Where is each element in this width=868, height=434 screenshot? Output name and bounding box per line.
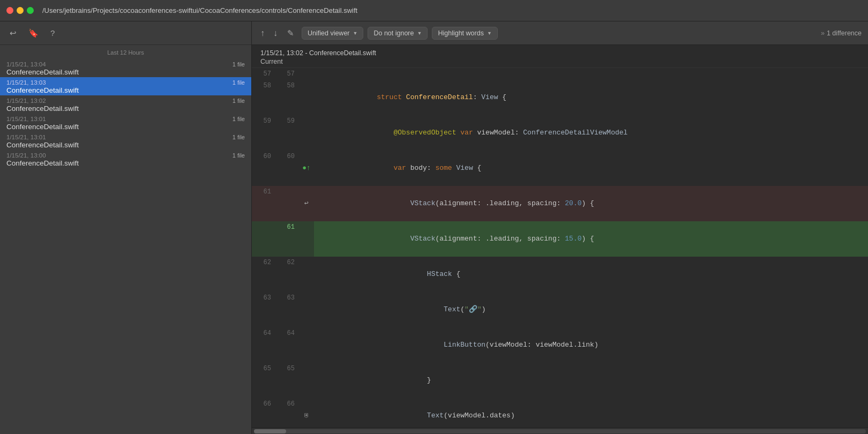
gutter (299, 363, 314, 398)
code-row: 57 57 (252, 68, 868, 80)
list-item[interactable]: 1/15/21, 13:01 1 file ConferenceDetail.s… (0, 132, 251, 150)
gutter (299, 80, 314, 115)
gutter: ●↑ (299, 151, 314, 186)
unified-viewer-label: Unified viewer (308, 29, 350, 37)
line-numbers: 61 (252, 221, 299, 257)
code-row: 64 64 LinkButton(viewModel: viewModel.li… (252, 327, 868, 363)
list-item-date: 1/15/21, 13:01 1 file (6, 116, 245, 122)
undo-arrow-icon: ↩ (304, 198, 309, 209)
scrollbar-track[interactable] (254, 429, 866, 433)
sidebar-section-label: Last 12 Hours (0, 45, 251, 59)
main-layout: ↩ 🔖 ? Last 12 Hours 1/15/21, 13:04 1 fil… (0, 21, 868, 434)
bookmark-button[interactable]: 🔖 (25, 27, 42, 39)
code-row: 63 63 Text("🔗") (252, 292, 868, 327)
code-row: 59 59 @ObservedObject var viewModel: Con… (252, 115, 868, 151)
code-area[interactable]: 57 57 58 58 struct ConferenceDetail: Vie… (252, 68, 868, 428)
traffic-lights (6, 7, 34, 14)
line-numbers: 60 60 (252, 151, 299, 186)
list-item-date: 1/15/21, 13:00 1 file (6, 152, 245, 159)
edit-button[interactable]: ✎ (284, 27, 297, 39)
unified-viewer-dropdown[interactable]: Unified viewer ▼ (302, 27, 363, 40)
code-content: LinkButton(viewModel: viewModel.link) (314, 327, 868, 363)
code-content: @ObservedObject var viewModel: Conferenc… (314, 115, 868, 151)
gutter (299, 257, 314, 292)
diff-toolbar: ↑ ↓ ✎ Unified viewer ▼ Do not ignore ▼ H… (252, 21, 868, 45)
diff-header: 1/15/21, 13:02 - ConferenceDetail.swift … (252, 45, 868, 68)
code-row: 65 65 } (252, 363, 868, 398)
code-content: } (314, 363, 868, 398)
gutter (299, 115, 314, 151)
diff-header-subtitle: Current (260, 58, 859, 65)
shield-icon: ⛨ (304, 410, 310, 422)
scrollbar-thumb[interactable] (254, 429, 286, 433)
help-button[interactable]: ? (47, 27, 58, 39)
sidebar-toolbar: ↩ 🔖 ? (0, 21, 251, 45)
ignore-label: Do not ignore (373, 29, 414, 37)
code-content: struct ConferenceDetail: View { (314, 80, 868, 115)
code-row-added: 61 VStack(alignment: .leading, spacing: … (252, 221, 868, 257)
undo-button[interactable]: ↩ (6, 27, 20, 39)
line-numbers: 66 66 (252, 398, 299, 428)
horizontal-scrollbar[interactable] (252, 428, 868, 434)
highlight-label: Highlight words (438, 29, 483, 37)
maximize-button[interactable] (27, 7, 34, 14)
sidebar-list[interactable]: 1/15/21, 13:04 1 file ConferenceDetail.s… (0, 59, 251, 434)
gutter: ⛨ (299, 398, 314, 428)
diff-count: »1 difference (821, 29, 862, 37)
line-numbers: 65 65 (252, 363, 299, 398)
list-item-date: 1/15/21, 13:03 1 file (6, 79, 245, 86)
ignore-dropdown[interactable]: Do not ignore ▼ (368, 27, 428, 40)
code-content: Text(viewModel.dates) (314, 398, 868, 428)
window-title: /Users/jetbrains/Projects/cocoaconferenc… (42, 6, 357, 14)
minimize-button[interactable] (17, 7, 24, 14)
code-row: 58 58 struct ConferenceDetail: View { (252, 80, 868, 115)
navigate-down-button[interactable]: ↓ (271, 27, 280, 39)
line-numbers: 58 58 (252, 80, 299, 115)
code-content: VStack(alignment: .leading, spacing: 15.… (314, 221, 868, 257)
list-item-selected[interactable]: 1/15/21, 13:03 1 file ConferenceDetail.s… (0, 77, 251, 95)
code-row: 66 66 ⛨ Text(viewModel.dates) (252, 398, 868, 428)
list-item-date: 1/15/21, 13:02 1 file (6, 98, 245, 104)
close-button[interactable] (6, 7, 13, 14)
gutter (299, 221, 314, 257)
list-item-date: 1/15/21, 13:01 1 file (6, 134, 245, 140)
code-content: Text("🔗") (314, 292, 868, 327)
chevron-down-icon: ▼ (487, 31, 492, 36)
title-bar: /Users/jetbrains/Projects/cocoaconferenc… (0, 0, 868, 21)
code-content: var body: some View { (314, 151, 868, 186)
gutter (299, 292, 314, 327)
list-item[interactable]: 1/15/21, 13:01 1 file ConferenceDetail.s… (0, 114, 251, 132)
line-numbers: 62 62 (252, 257, 299, 292)
list-item[interactable]: 1/15/21, 13:02 1 file ConferenceDetail.s… (0, 95, 251, 114)
list-item-date: 1/15/21, 13:04 1 file (6, 61, 245, 68)
list-item[interactable]: 1/15/21, 13:00 1 file ConferenceDetail.s… (0, 150, 251, 168)
line-numbers: 61 (252, 186, 299, 221)
gutter: ↩ (299, 186, 314, 221)
code-content: VStack(alignment: .leading, spacing: 20.… (314, 186, 868, 221)
bookmark-icon: ●↑ (302, 162, 311, 174)
sidebar: ↩ 🔖 ? Last 12 Hours 1/15/21, 13:04 1 fil… (0, 21, 252, 434)
code-row: 62 62 HStack { (252, 257, 868, 292)
list-item[interactable]: 1/15/21, 13:04 1 file ConferenceDetail.s… (0, 59, 251, 77)
code-content (314, 68, 868, 80)
navigate-up-button[interactable]: ↑ (258, 27, 267, 39)
gutter (299, 68, 314, 80)
code-row: 60 60 ●↑ var body: some View { (252, 151, 868, 186)
code-content: HStack { (314, 257, 868, 292)
diff-header-title: 1/15/21, 13:02 - ConferenceDetail.swift (260, 49, 859, 57)
line-numbers: 63 63 (252, 292, 299, 327)
code-row-deleted: 61 ↩ VStack(alignment: .leading, spacing… (252, 186, 868, 221)
line-numbers: 57 57 (252, 68, 299, 80)
line-numbers: 59 59 (252, 115, 299, 151)
chevron-down-icon: ▼ (417, 31, 422, 36)
highlight-dropdown[interactable]: Highlight words ▼ (432, 27, 497, 40)
gutter (299, 327, 314, 363)
right-panel: ↑ ↓ ✎ Unified viewer ▼ Do not ignore ▼ H… (252, 21, 868, 434)
chevron-down-icon: ▼ (353, 31, 358, 36)
line-numbers: 64 64 (252, 327, 299, 363)
